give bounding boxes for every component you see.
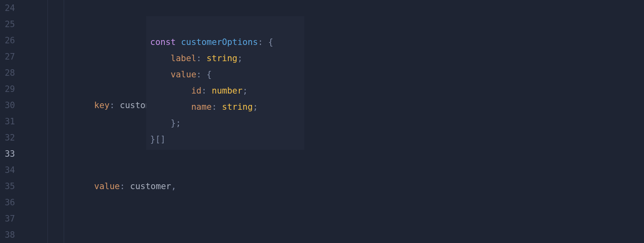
code-area[interactable]: key: customer.id, value: customer, })) ?… (22, 0, 644, 243)
line-number: 30 (0, 97, 15, 113)
line-number: 31 (0, 113, 15, 130)
line-number: 29 (0, 81, 15, 97)
line-number-active: 33 (0, 146, 15, 162)
indent-guide (47, 0, 48, 243)
line-number: 32 (0, 130, 15, 146)
line-number: 27 (0, 49, 15, 65)
line-number: 24 (0, 0, 15, 16)
line-number: 28 (0, 65, 15, 81)
line-number: 37 (0, 211, 15, 227)
line-number: 38 (0, 227, 15, 243)
code-editor[interactable]: 24 25 26 27 28 29 30 31 32 33 34 35 36 3… (0, 0, 644, 243)
code-line[interactable]: key: customer.id, (22, 97, 644, 113)
line-number: 34 (0, 162, 15, 178)
indent-guide (64, 0, 64, 243)
line-number: 35 (0, 178, 15, 194)
line-number-gutter: 24 25 26 27 28 29 30 31 32 33 34 35 36 3… (0, 0, 22, 243)
code-line[interactable]: value: customer, (22, 178, 644, 194)
line-number: 26 (0, 32, 15, 49)
line-number: 25 (0, 16, 15, 32)
line-number: 36 (0, 194, 15, 211)
type-hover-tooltip: const customerOptions: { label: string; … (146, 16, 304, 150)
